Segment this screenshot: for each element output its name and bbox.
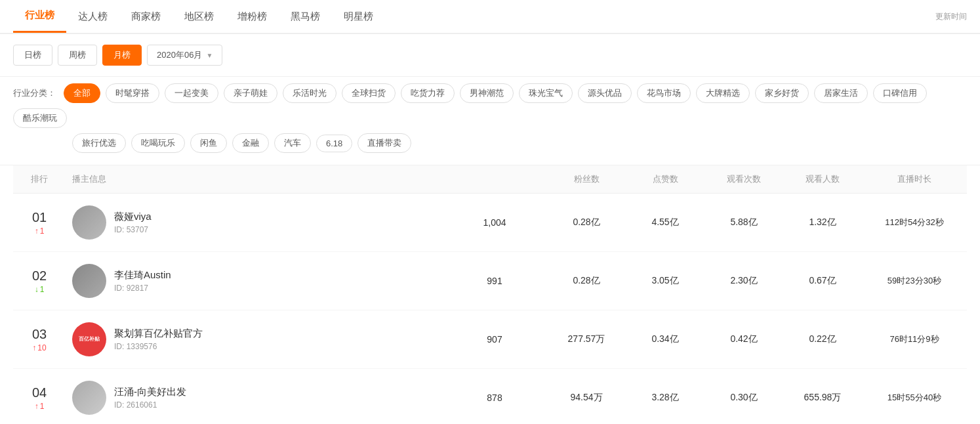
table-row: 02 ↓1 李佳琦Austin ID: 92817 991 0.28亿 3.05… <box>13 252 967 310</box>
anchor-details-2: 李佳琦Austin ID: 92817 <box>114 269 171 293</box>
category-bar: 行业分类： 全部 时髦穿搭 一起变美 亲子萌娃 乐活时光 全球扫货 吃货力荐 男… <box>0 77 980 165</box>
fans-2: 0.28亿 <box>547 275 626 287</box>
cat-618[interactable]: 6.18 <box>316 135 352 152</box>
rank-2: 02 ↓1 <box>13 268 66 294</box>
nav-item-growth[interactable]: 增粉榜 <box>226 1 279 32</box>
anchor-id-2: ID: 92817 <box>114 284 171 293</box>
avatar-1 <box>72 205 106 240</box>
category-row-2: 旅行优选 吃喝玩乐 闲鱼 金融 汽车 6.18 直播带卖 <box>13 133 967 153</box>
cat-entertainment[interactable]: 吃喝玩乐 <box>131 133 185 153</box>
category-row-1: 行业分类： 全部 时髦穿搭 一起变美 亲子萌娃 乐活时光 全球扫货 吃货力荐 男… <box>13 83 967 128</box>
nav-item-industry[interactable]: 行业榜 <box>13 0 66 33</box>
rank-4: 04 ↑1 <box>13 385 66 411</box>
cat-credit[interactable]: 口碑信用 <box>873 83 927 103</box>
nav-item-dark-horse[interactable]: 黑马榜 <box>279 1 332 32</box>
views-2: 2.30亿 <box>704 275 783 287</box>
arrow-up-icon: ↑ <box>35 226 39 236</box>
filter-bar: 日榜 周榜 月榜 2020年06月 ▼ <box>0 34 980 77</box>
viewers-4: 655.98万 <box>783 392 862 404</box>
anchor-info-2: 李佳琦Austin ID: 92817 <box>66 264 442 298</box>
viewers-1: 1.32亿 <box>783 217 862 228</box>
date-selector[interactable]: 2020年06月 ▼ <box>147 45 222 66</box>
filter-weekly[interactable]: 周榜 <box>58 45 97 66</box>
header-anchor: 播主信息 <box>66 173 442 185</box>
cat-auto[interactable]: 汽车 <box>274 133 311 153</box>
viewers-3: 0.22亿 <box>783 333 862 345</box>
cat-fashion[interactable]: 时髦穿搭 <box>106 83 159 103</box>
score-3: 907 <box>442 334 547 345</box>
duration-1: 112时54分32秒 <box>862 217 967 228</box>
views-1: 5.88亿 <box>704 217 783 228</box>
rank-1: 01 ↑1 <box>13 210 66 236</box>
cat-idle[interactable]: 闲鱼 <box>190 133 227 153</box>
anchor-info-4: 汪涌-向美好出发 ID: 2616061 <box>66 381 442 415</box>
table-row: 04 ↑1 汪涌-向美好出发 ID: 2616061 878 94.54万 3.… <box>13 369 967 424</box>
nav-item-region[interactable]: 地区榜 <box>173 1 226 32</box>
cat-travel[interactable]: 旅行优选 <box>72 133 126 153</box>
filter-monthly[interactable]: 月榜 <box>102 45 142 66</box>
header-views: 观看次数 <box>704 173 783 185</box>
header-viewers: 观看人数 <box>783 173 862 185</box>
cat-all[interactable]: 全部 <box>64 83 100 103</box>
views-4: 0.30亿 <box>704 392 783 404</box>
cat-kids[interactable]: 亲子萌娃 <box>224 83 277 103</box>
arrow-down-icon: ↓ <box>35 285 39 294</box>
cat-jewelry[interactable]: 珠光宝气 <box>519 83 573 103</box>
viewers-2: 0.67亿 <box>783 275 862 287</box>
header-rank: 排行 <box>13 173 66 185</box>
header-likes: 点赞数 <box>626 173 704 185</box>
fans-3: 277.57万 <box>547 333 626 345</box>
date-value: 2020年06月 <box>157 49 202 61</box>
duration-3: 76时11分9秒 <box>862 333 967 345</box>
views-3: 0.42亿 <box>704 333 783 345</box>
likes-1: 4.55亿 <box>626 217 704 228</box>
avatar-3: 百亿补贴 <box>72 322 106 356</box>
anchor-details-4: 汪涌-向美好出发 ID: 2616061 <box>114 386 186 410</box>
cat-source[interactable]: 源头优品 <box>578 83 632 103</box>
cat-male[interactable]: 男神潮范 <box>460 83 514 103</box>
cat-live-sell[interactable]: 直播带卖 <box>357 133 411 153</box>
chevron-down-icon: ▼ <box>206 52 213 59</box>
cat-food[interactable]: 吃货力荐 <box>401 83 455 103</box>
avatar-4 <box>72 381 106 415</box>
anchor-info-3: 百亿补贴 聚划算百亿补贴官方 ID: 1339576 <box>66 322 442 356</box>
anchor-name-4: 汪涌-向美好出发 <box>114 386 186 398</box>
rank-3: 03 ↑10 <box>13 327 66 352</box>
anchor-name-2: 李佳琦Austin <box>114 269 171 282</box>
cat-home[interactable]: 居家生活 <box>814 83 868 103</box>
leaderboard-table: 排行 播主信息 粉丝数 点赞数 观看次数 观看人数 直播时长 01 ↑1 薇娅v… <box>0 165 980 424</box>
anchor-id-4: ID: 2616061 <box>114 400 186 410</box>
fans-1: 0.28亿 <box>547 217 626 228</box>
anchor-details-3: 聚划算百亿补贴官方 ID: 1339576 <box>114 328 203 351</box>
likes-3: 0.34亿 <box>626 333 704 345</box>
duration-4: 15时55分40秒 <box>862 392 967 404</box>
cat-cool[interactable]: 酷乐潮玩 <box>13 108 67 128</box>
cat-finance[interactable]: 金融 <box>232 133 269 153</box>
category-label: 行业分类： <box>13 87 56 99</box>
nav-item-talent[interactable]: 达人榜 <box>66 1 119 32</box>
cat-beauty[interactable]: 一起变美 <box>165 83 218 103</box>
cat-market[interactable]: 花鸟市场 <box>637 83 691 103</box>
anchor-details-1: 薇娅viya ID: 53707 <box>114 211 152 234</box>
arrow-up-icon: ↑ <box>32 343 36 352</box>
likes-2: 3.05亿 <box>626 275 704 287</box>
nav-item-celebrity[interactable]: 明星榜 <box>332 1 385 32</box>
cat-leisure[interactable]: 乐活时光 <box>283 83 337 103</box>
table-row: 03 ↑10 百亿补贴 聚划算百亿补贴官方 ID: 1339576 907 27… <box>13 310 967 369</box>
anchor-name-3: 聚划算百亿补贴官方 <box>114 328 203 340</box>
score-1: 1,004 <box>442 217 547 228</box>
score-4: 878 <box>442 392 547 403</box>
likes-4: 3.28亿 <box>626 392 704 404</box>
table-row: 01 ↑1 薇娅viya ID: 53707 1,004 0.28亿 4.55亿… <box>13 194 967 252</box>
anchor-info-1: 薇娅viya ID: 53707 <box>66 205 442 240</box>
cat-global[interactable]: 全球扫货 <box>342 83 396 103</box>
cat-brand[interactable]: 大牌精选 <box>696 83 750 103</box>
anchor-id-1: ID: 53707 <box>114 225 152 234</box>
duration-2: 59时23分30秒 <box>862 275 967 287</box>
table-header: 排行 播主信息 粉丝数 点赞数 观看次数 观看人数 直播时长 <box>13 165 967 194</box>
fans-4: 94.54万 <box>547 392 626 404</box>
filter-daily[interactable]: 日榜 <box>13 45 52 66</box>
nav-item-merchant[interactable]: 商家榜 <box>119 1 173 32</box>
header-fans: 粉丝数 <box>547 173 626 185</box>
cat-local[interactable]: 家乡好货 <box>755 83 809 103</box>
